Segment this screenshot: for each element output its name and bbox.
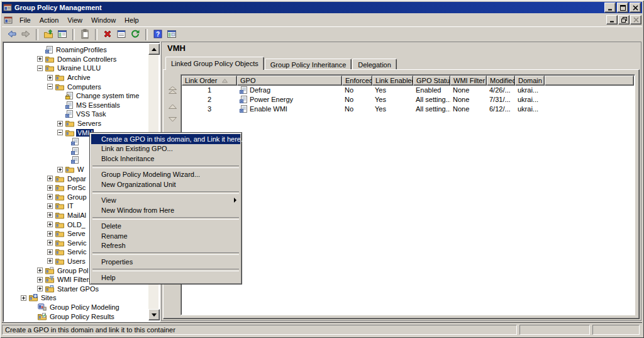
tree-item-computers[interactable]: Computers xyxy=(4,82,148,91)
tree-item-archive[interactable]: Archive xyxy=(4,73,148,82)
toolbar-new-window-button[interactable] xyxy=(165,28,179,41)
column-header-enforced[interactable]: Enforced xyxy=(342,76,372,86)
tree-expander-icon[interactable] xyxy=(47,240,53,245)
tree-item-ukraine-lulu[interactable]: Ukraine LULU xyxy=(4,64,148,73)
child-restore-button[interactable] xyxy=(618,15,630,25)
menubar-item-window[interactable]: Window xyxy=(87,15,120,25)
context-menu-item-new-organizational-unit[interactable]: New Organizational Unit xyxy=(91,179,240,189)
column-header-modified[interactable]: Modified xyxy=(487,76,515,86)
move-down-button[interactable] xyxy=(167,115,178,124)
toolbar-properties-button[interactable] xyxy=(114,28,128,41)
context-menu-item-create-a-gpo-in-this-domain-and-link-it-here[interactable]: Create a GPO in this domain, and Link it… xyxy=(91,134,240,144)
tree-item-sites[interactable]: Sites xyxy=(4,293,148,303)
tab-group-policy-inheritance[interactable]: Group Policy Inheritance xyxy=(265,59,352,70)
tree-item-group-policy-modeling[interactable]: Group Policy Modeling xyxy=(4,303,148,312)
console-icon xyxy=(4,16,13,25)
context-menu-item-new-window-from-here[interactable]: New Window from Here xyxy=(91,205,240,215)
context-menu-item-link-an-existing-gpo[interactable]: Link an Existing GPO... xyxy=(91,144,240,154)
cell-text: 1 xyxy=(208,86,211,94)
scroll-up-button[interactable] xyxy=(148,43,160,55)
toolbar-help-button[interactable]: ? xyxy=(151,28,165,41)
tab-delegation[interactable]: Delegation xyxy=(352,59,397,70)
column-header-wmi-filter[interactable]: WMI Filter xyxy=(450,76,487,86)
cell-domain: ukrai... xyxy=(515,86,545,94)
toolbar-forward-button[interactable] xyxy=(19,28,33,41)
tree-item-starter-gpos[interactable]: Starter GPOs xyxy=(4,284,148,293)
tree-expander-icon[interactable] xyxy=(57,130,63,135)
folder-icon xyxy=(45,64,54,72)
tree-expander-icon[interactable] xyxy=(37,286,43,291)
menubar-item-action[interactable]: Action xyxy=(35,15,64,25)
tree-expander-icon[interactable] xyxy=(47,185,53,191)
toolbar-refresh-button[interactable] xyxy=(128,28,142,41)
column-header-gpo-status[interactable]: GPO Status xyxy=(413,76,450,86)
tree-expander-icon[interactable] xyxy=(47,258,53,264)
context-menu-item-block-inheritance[interactable]: Block Inheritance xyxy=(91,154,240,164)
cell-wmi-filter: None xyxy=(450,105,487,113)
context-menu-item-rename[interactable]: Rename xyxy=(91,231,240,241)
folder-wmi-icon xyxy=(45,276,54,283)
close-button[interactable] xyxy=(630,3,641,13)
maximize-button[interactable] xyxy=(617,3,628,13)
menubar-item-file[interactable]: File xyxy=(15,15,35,25)
context-menu-item-delete[interactable]: Delete xyxy=(91,222,240,232)
folder-gpo-icon xyxy=(45,267,54,274)
tree-expander-icon[interactable] xyxy=(47,84,53,89)
tree-expander-icon[interactable] xyxy=(47,231,53,237)
tree-expander-icon[interactable] xyxy=(47,249,53,255)
tree-expander-icon[interactable] xyxy=(47,75,53,81)
scroll-down-button[interactable] xyxy=(148,309,160,320)
tree-item-ms-essentials[interactable]: MS Essentials xyxy=(4,101,148,110)
menu-separator xyxy=(92,252,239,255)
context-menu-item-properties[interactable]: Properties xyxy=(91,257,240,267)
cell-text: Enable WMI xyxy=(250,105,287,113)
table-row[interactable]: 2Power EnergyNoYesAll setting...None7/31… xyxy=(182,94,634,104)
toolbar-up-one-level-button[interactable] xyxy=(42,28,55,41)
child-close-button[interactable] xyxy=(630,15,641,25)
tab-linked-group-policy-objects[interactable]: Linked Group Policy Objects xyxy=(165,57,264,70)
move-up-button[interactable] xyxy=(167,103,178,111)
tree-item-domain-controllers[interactable]: Domain Controllers xyxy=(4,55,148,64)
child-minimize-button[interactable] xyxy=(606,15,618,25)
tree-item-change-system-time[interactable]: Change system time xyxy=(4,91,148,101)
menubar-item-help[interactable]: Help xyxy=(120,15,143,25)
column-header-link-order[interactable]: Link Order xyxy=(182,76,237,86)
toolbar-back-button[interactable] xyxy=(5,28,19,41)
tree-expander-icon[interactable] xyxy=(47,203,53,209)
status-bar: Create a GPO in this domain and link it … xyxy=(2,324,642,336)
menubar-item-view[interactable]: View xyxy=(63,15,87,25)
tree-expander-icon[interactable] xyxy=(37,65,43,71)
tree-expander-icon[interactable] xyxy=(47,176,53,181)
toolbar-show-console-tree-button[interactable] xyxy=(55,28,69,41)
tree-item-label: Group Pol xyxy=(56,267,90,274)
column-header-link-enabled[interactable]: Link Enabled xyxy=(372,76,413,86)
tree-expander-icon[interactable] xyxy=(47,212,53,218)
tree-item-group-policy-results[interactable]: Group Policy Results xyxy=(4,312,148,320)
column-header-gpo[interactable]: GPO xyxy=(237,76,342,86)
tree-expander-icon[interactable] xyxy=(57,167,63,172)
tree-expander-icon[interactable] xyxy=(57,121,63,127)
tree-expander-icon[interactable] xyxy=(47,222,53,227)
table-row[interactable]: 3Enable WMINoYesAll setting...None6/12/.… xyxy=(182,104,634,113)
tree-expander-icon[interactable] xyxy=(37,56,43,62)
context-menu-item-refresh[interactable]: Refresh xyxy=(91,241,240,251)
context-menu-item-view[interactable]: View xyxy=(91,196,240,206)
table-row[interactable]: 1DefragNoYesEnabledNone4/26/...ukrai... xyxy=(182,85,634,94)
tree-expander-icon[interactable] xyxy=(47,194,53,200)
context-menu-item-group-policy-modeling-wizard[interactable]: Group Policy Modeling Wizard... xyxy=(91,170,240,180)
tree-expander-icon[interactable] xyxy=(37,268,43,273)
tree-item-servers[interactable]: Servers xyxy=(4,119,148,128)
tree-expander-icon[interactable] xyxy=(37,277,43,283)
folder-icon xyxy=(55,175,64,183)
column-header-domain[interactable]: Domain xyxy=(515,76,545,86)
minimize-button[interactable] xyxy=(604,3,616,13)
context-menu-item-help[interactable]: Help xyxy=(91,273,240,283)
move-top-button[interactable] xyxy=(167,86,178,95)
toolbar-paste-button[interactable] xyxy=(78,28,92,41)
tree-expander-icon[interactable] xyxy=(21,295,26,301)
status-panel-2 xyxy=(519,325,590,335)
properties-icon xyxy=(116,29,126,40)
tree-item-vss-task[interactable]: VSS Task xyxy=(4,110,148,119)
toolbar-delete-button[interactable] xyxy=(101,28,114,41)
tree-item-roamingprofiles[interactable]: RoamingProfiles xyxy=(4,45,148,55)
